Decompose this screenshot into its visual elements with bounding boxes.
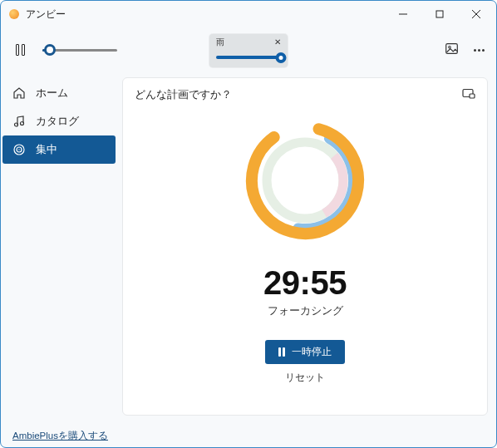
maximize-button[interactable]	[421, 2, 458, 27]
playback-pause-button[interactable]	[12, 42, 27, 57]
sound-volume-popup: 雨 ✕	[209, 34, 288, 67]
sidebar: ホーム カタログ 集中	[1, 72, 117, 424]
plan-prompt[interactable]: どんな計画ですか？	[135, 88, 232, 102]
focus-progress-dial	[243, 118, 367, 243]
phase-label: フォーカシング	[135, 303, 475, 318]
minimize-icon	[399, 10, 407, 18]
sidebar-item-focus[interactable]: 集中	[2, 135, 116, 164]
sidebar-item-label: カタログ	[36, 114, 79, 129]
purchase-link[interactable]: AmbiePlusを購入する	[12, 430, 108, 442]
home-icon	[12, 86, 26, 100]
close-icon	[472, 10, 480, 18]
svg-point-5	[449, 46, 451, 48]
sidebar-item-label: 集中	[36, 142, 57, 157]
reset-button[interactable]: リセット	[285, 371, 325, 385]
more-options-button[interactable]	[474, 49, 485, 52]
sound-volume-slider[interactable]	[216, 52, 281, 63]
sound-popup-close-button[interactable]: ✕	[274, 38, 281, 47]
titlebar: アンビー	[1, 1, 496, 27]
background-image-button[interactable]	[445, 42, 459, 59]
toolbar: 雨 ✕	[1, 27, 496, 72]
pause-button-label: 一時停止	[292, 345, 332, 359]
focus-card: どんな計画ですか？	[122, 77, 488, 416]
app-logo-icon	[9, 9, 19, 19]
sound-name-label: 雨	[216, 37, 224, 48]
app-title: アンビー	[26, 7, 66, 22]
svg-point-7	[21, 122, 24, 126]
footer: AmbiePlusを購入する	[1, 424, 496, 447]
window-controls	[385, 2, 495, 27]
sidebar-item-label: ホーム	[36, 86, 68, 101]
svg-point-11	[18, 149, 19, 150]
svg-rect-1	[436, 11, 443, 17]
pause-button[interactable]: 一時停止	[265, 340, 345, 364]
svg-rect-13	[470, 94, 475, 98]
maximize-icon	[435, 10, 444, 18]
pip-icon	[462, 86, 475, 100]
sidebar-item-home[interactable]: ホーム	[2, 79, 116, 107]
main-area: どんな計画ですか？	[117, 72, 496, 424]
minimize-button[interactable]	[385, 2, 421, 27]
compact-view-button[interactable]	[462, 86, 475, 103]
app-body: ホーム カタログ 集中 どんな計画ですか？	[1, 72, 496, 424]
timer-display: 29:55	[135, 264, 475, 302]
master-volume-slider[interactable]	[42, 42, 117, 57]
sidebar-item-catalog[interactable]: カタログ	[2, 107, 116, 135]
picture-icon	[445, 42, 459, 56]
svg-point-16	[243, 118, 367, 243]
music-note-icon	[12, 115, 26, 128]
close-button[interactable]	[458, 2, 495, 27]
pause-icon	[278, 347, 285, 357]
target-icon	[12, 143, 26, 156]
svg-rect-4	[446, 43, 458, 53]
app-window: アンビー 雨 ✕	[0, 0, 497, 448]
